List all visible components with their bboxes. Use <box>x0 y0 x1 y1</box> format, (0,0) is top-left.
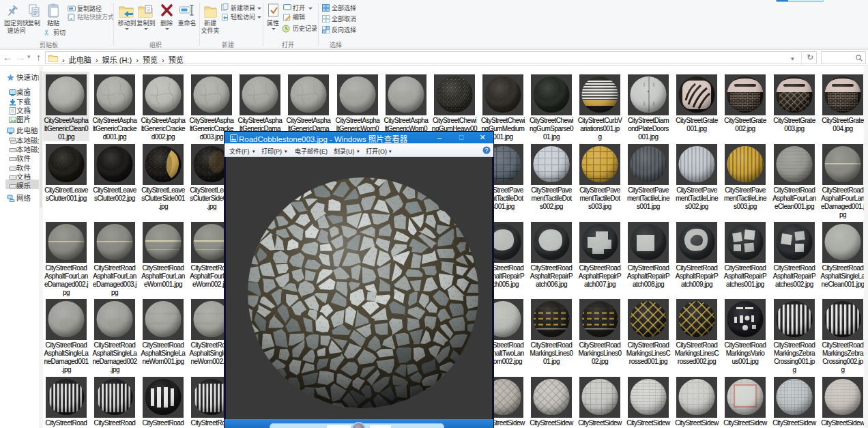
svg-text:?: ? <box>484 147 488 154</box>
